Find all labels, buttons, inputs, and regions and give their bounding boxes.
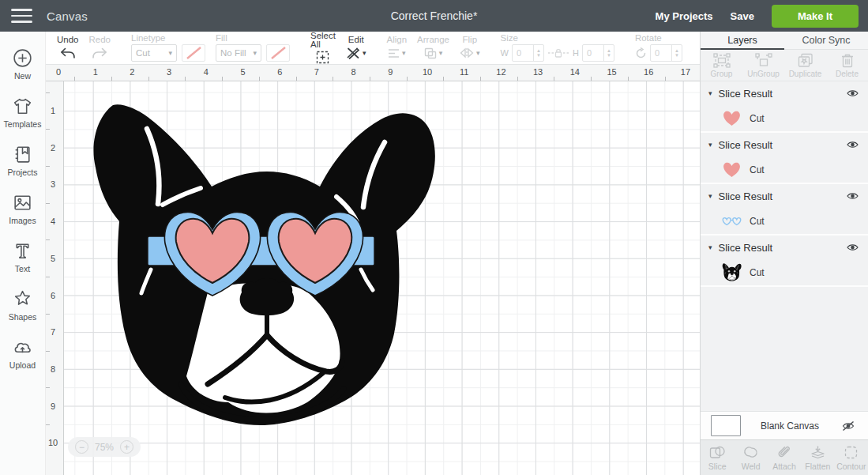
- edit-button[interactable]: Edit ▾: [346, 36, 366, 60]
- width-stepper[interactable]: ▲▼: [533, 45, 543, 61]
- group-button[interactable]: Group: [701, 50, 742, 81]
- upload-cloud-icon: [12, 337, 33, 358]
- layer-item[interactable]: Cut: [701, 156, 868, 183]
- visibility-eye-icon[interactable]: [847, 89, 859, 97]
- disclosure-triangle-icon[interactable]: ▾: [708, 192, 712, 200]
- save-link[interactable]: Save: [731, 10, 754, 22]
- layer-group: ▾ Slice Result Cut: [701, 81, 868, 133]
- delete-button[interactable]: Delete: [826, 50, 868, 81]
- layer-item[interactable]: Cut: [701, 259, 868, 285]
- fill-color-swatch[interactable]: [266, 44, 290, 62]
- flatten-button[interactable]: Flatten: [801, 440, 834, 475]
- sidebar-item-shapes[interactable]: Shapes: [0, 281, 45, 329]
- tab-layers[interactable]: Layers: [701, 32, 784, 50]
- contour-icon: [844, 445, 859, 460]
- linetype-group: Linetype Cut ▾: [131, 34, 205, 62]
- layer-item[interactable]: Cut: [701, 208, 868, 234]
- rotate-group: Rotate 0 ▲▼: [635, 34, 682, 62]
- pink-heart-thumbnail: [721, 108, 742, 128]
- sidebar-item-upload[interactable]: Upload: [0, 329, 45, 377]
- make-it-button[interactable]: Make It: [772, 5, 859, 28]
- ungroup-icon: [755, 53, 772, 68]
- ruler-tick: [46, 424, 50, 425]
- duplicate-button[interactable]: Duplicate: [784, 50, 826, 81]
- layer-group-header[interactable]: ▾ Slice Result: [701, 236, 868, 259]
- ungroup-button[interactable]: UnGroup: [742, 50, 784, 81]
- left-sidebar: New Templates Projects Images Text Shape…: [0, 32, 45, 475]
- layer-group-header[interactable]: ▾ Slice Result: [701, 184, 868, 208]
- ruler-number: 8: [351, 67, 356, 77]
- zoom-out-icon[interactable]: −: [75, 440, 88, 454]
- ruler-number: 12: [496, 67, 505, 77]
- tab-color-sync[interactable]: Color Sync: [784, 32, 868, 50]
- height-stepper[interactable]: ▲▼: [603, 45, 614, 61]
- notebook-icon: [12, 144, 33, 165]
- zoom-in-icon[interactable]: +: [120, 440, 133, 454]
- cricut-design-space-window: Canvas Correct Frenchie* My Projects Sav…: [0, 0, 868, 475]
- visibility-eye-off-icon[interactable]: [841, 420, 855, 432]
- fill-group: Fill No Fill ▾: [216, 34, 290, 62]
- vertical-ruler: 12345678910: [46, 81, 64, 475]
- ruler-number: 9: [388, 67, 393, 77]
- sidebar-item-images[interactable]: Images: [0, 184, 45, 232]
- layer-item[interactable]: Cut: [701, 105, 868, 131]
- sidebar-item-templates[interactable]: Templates: [0, 88, 45, 136]
- sidebar-item-new[interactable]: New: [0, 40, 45, 88]
- weld-button[interactable]: Weld: [734, 440, 767, 475]
- visibility-eye-icon[interactable]: [847, 141, 859, 149]
- layer-group-header[interactable]: ▾ Slice Result: [701, 81, 868, 105]
- canvas-background-row[interactable]: Blank Canvas: [701, 411, 868, 439]
- undo-button[interactable]: Undo: [57, 36, 79, 60]
- ruler-number: 9: [46, 401, 60, 411]
- text-icon: [12, 240, 33, 262]
- frenchie-artwork[interactable]: [88, 96, 451, 432]
- shapes-icon: [12, 288, 33, 310]
- lock-icon[interactable]: [547, 47, 569, 58]
- linetype-select[interactable]: Cut ▾: [131, 44, 177, 62]
- disclosure-triangle-icon[interactable]: ▾: [708, 141, 712, 149]
- ruler-tick: [148, 77, 149, 81]
- ruler-number: 2: [130, 67, 134, 77]
- flatten-icon: [810, 445, 826, 460]
- linetype-color-swatch[interactable]: [182, 44, 205, 62]
- fill-select[interactable]: No Fill ▾: [216, 44, 261, 62]
- tshirt-icon: [12, 96, 33, 117]
- design-canvas[interactable]: − 75% +: [64, 81, 700, 475]
- slice-button[interactable]: Slice: [701, 440, 734, 475]
- ruler-tick: [185, 77, 186, 81]
- ruler-tick: [370, 77, 370, 81]
- menu-icon[interactable]: [11, 9, 32, 23]
- my-projects-link[interactable]: My Projects: [656, 10, 713, 22]
- disclosure-triangle-icon[interactable]: ▾: [708, 89, 712, 97]
- header-bar: Canvas Correct Frenchie* My Projects Sav…: [0, 0, 868, 32]
- layer-group-header[interactable]: ▾ Slice Result: [701, 133, 868, 156]
- canvas-color-swatch[interactable]: [711, 415, 741, 436]
- flip-button[interactable]: Flip ▾: [460, 36, 480, 60]
- ruler-tick: [222, 77, 223, 81]
- sidebar-item-text[interactable]: Text: [0, 232, 45, 281]
- ruler-number: 1: [46, 106, 60, 115]
- arrange-button[interactable]: Arrange ▾: [417, 36, 449, 60]
- disclosure-triangle-icon[interactable]: ▾: [708, 243, 712, 251]
- height-input[interactable]: 0 ▲▼: [582, 44, 614, 62]
- ruler-tick: [333, 77, 333, 81]
- flip-icon: ▾: [460, 46, 480, 60]
- attach-button[interactable]: Attach: [768, 440, 801, 475]
- redo-icon: [92, 46, 107, 60]
- rotate-stepper[interactable]: ▲▼: [671, 45, 682, 61]
- edit-toolbar: Undo Redo Linetype Cut: [46, 32, 700, 65]
- width-input[interactable]: 0 ▲▼: [512, 44, 544, 62]
- select-all-button[interactable]: Select All: [310, 32, 336, 65]
- align-button[interactable]: Align ▾: [387, 36, 408, 60]
- ruler-tick: [46, 314, 50, 315]
- visibility-eye-icon[interactable]: [847, 243, 859, 251]
- ruler-tick: [591, 77, 592, 81]
- visibility-eye-icon[interactable]: [847, 192, 859, 200]
- contour-button[interactable]: Contour: [835, 440, 868, 475]
- rotate-input[interactable]: 0 ▲▼: [650, 44, 682, 62]
- chevron-down-icon: ▾: [439, 50, 443, 56]
- sidebar-item-projects[interactable]: Projects: [0, 136, 45, 184]
- ruler-tick: [46, 277, 50, 277]
- ruler-number: 8: [46, 364, 60, 374]
- redo-button[interactable]: Redo: [89, 36, 111, 60]
